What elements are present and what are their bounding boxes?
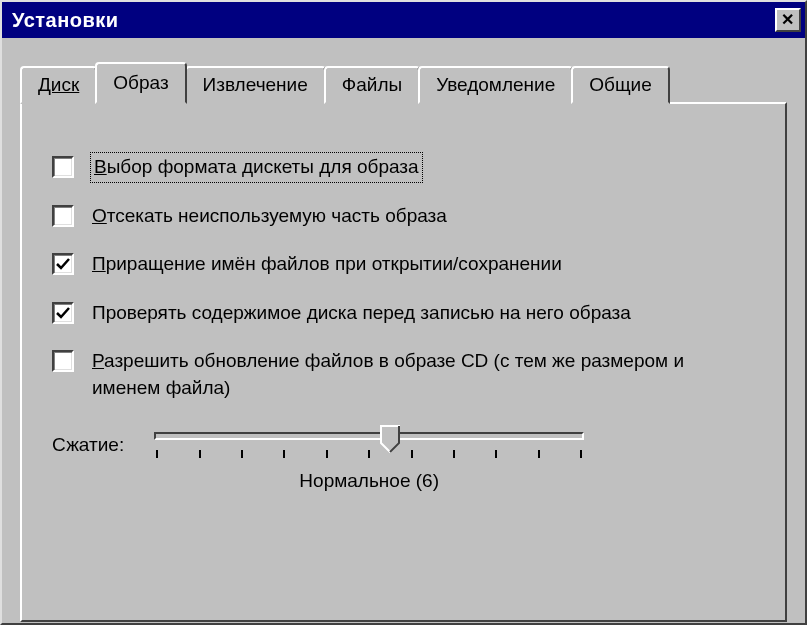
thumb-icon	[380, 425, 400, 453]
tick	[283, 450, 285, 458]
tab-strip: Диск Образ Извлечение Файлы Уведомление …	[20, 62, 787, 104]
option-row: Выбор формата дискеты для образа	[52, 154, 755, 181]
checkbox-label[interactable]: Отсекать неиспользуемую часть образа	[92, 203, 447, 230]
check-icon	[55, 256, 71, 272]
slider-track[interactable]	[154, 432, 584, 440]
tab-panel-image: Выбор формата дискеты для образа Отсекат…	[20, 102, 787, 622]
tab-label: Уведомление	[436, 74, 555, 95]
slider-row: Сжатие:	[52, 432, 755, 492]
check-icon	[55, 305, 71, 321]
tab-notify[interactable]: Уведомление	[418, 66, 573, 104]
tick	[199, 450, 201, 458]
tab-label: Диск	[38, 74, 79, 95]
tab-disk[interactable]: Диск	[20, 66, 97, 104]
checkbox-label[interactable]: Проверять содержимое диска перед записью…	[92, 300, 631, 327]
checkbox-floppy-format[interactable]	[52, 156, 74, 178]
label-text: риращение имён файлов при открытии/сохра…	[106, 253, 562, 274]
checkbox-allow-update[interactable]	[52, 350, 74, 372]
tick	[326, 450, 328, 458]
client-area: Диск Образ Извлечение Файлы Уведомление …	[2, 38, 805, 622]
mnemonic: В	[94, 156, 107, 177]
tick	[453, 450, 455, 458]
tick	[156, 450, 158, 458]
option-row: Приращение имён файлов при открытии/сохр…	[52, 251, 755, 278]
checkbox-label[interactable]: Приращение имён файлов при открытии/сохр…	[92, 251, 562, 278]
tab-label: Общие	[589, 74, 651, 95]
settings-window: Установки ✕ Диск Образ Извлечение Файлы …	[0, 0, 807, 625]
mnemonic: О	[92, 205, 107, 226]
mnemonic: П	[92, 253, 106, 274]
tab-general[interactable]: Общие	[571, 66, 669, 104]
slider-value-text: Нормальное (6)	[154, 470, 584, 492]
tick	[368, 450, 370, 458]
checkbox-label[interactable]: Разрешить обновление файлов в образе CD …	[92, 348, 712, 401]
tab-files[interactable]: Файлы	[324, 66, 420, 104]
label-text: Проверять содержимое диска перед записью…	[92, 302, 631, 323]
compression-slider[interactable]: Нормальное (6)	[154, 432, 584, 492]
tick	[538, 450, 540, 458]
mnemonic: Р	[92, 350, 104, 371]
tab-image[interactable]: Образ	[95, 62, 186, 104]
tab-label: Образ	[113, 72, 168, 93]
option-row: Разрешить обновление файлов в образе CD …	[52, 348, 755, 401]
mnemonic: С	[52, 434, 66, 455]
close-icon: ✕	[781, 12, 795, 28]
slider-ticks	[154, 450, 584, 462]
checkbox-label[interactable]: Выбор формата дискеты для образа	[92, 154, 421, 181]
close-button[interactable]: ✕	[775, 8, 801, 32]
tick	[495, 450, 497, 458]
tab-extract[interactable]: Извлечение	[185, 66, 326, 104]
tab-label: Файлы	[342, 74, 402, 95]
tick	[241, 450, 243, 458]
label-text: азрешить обновление файлов в образе CD (…	[92, 350, 684, 398]
label-text: ыбор формата дискеты для образа	[107, 156, 419, 177]
checkbox-increment-names[interactable]	[52, 253, 74, 275]
option-row: Проверять содержимое диска перед записью…	[52, 300, 755, 327]
option-row: Отсекать неиспользуемую часть образа	[52, 203, 755, 230]
window-title: Установки	[12, 9, 775, 32]
titlebar: Установки ✕	[2, 2, 805, 38]
checkbox-trim-unused[interactable]	[52, 205, 74, 227]
tab-label: Извлечение	[203, 74, 308, 95]
label-text: жатие:	[66, 434, 124, 455]
tick	[580, 450, 582, 458]
tick	[411, 450, 413, 458]
slider-label: Сжатие:	[52, 432, 124, 456]
slider-thumb[interactable]	[380, 425, 400, 453]
label-text: тсекать неиспользуемую часть образа	[107, 205, 447, 226]
checkbox-verify-disc[interactable]	[52, 302, 74, 324]
